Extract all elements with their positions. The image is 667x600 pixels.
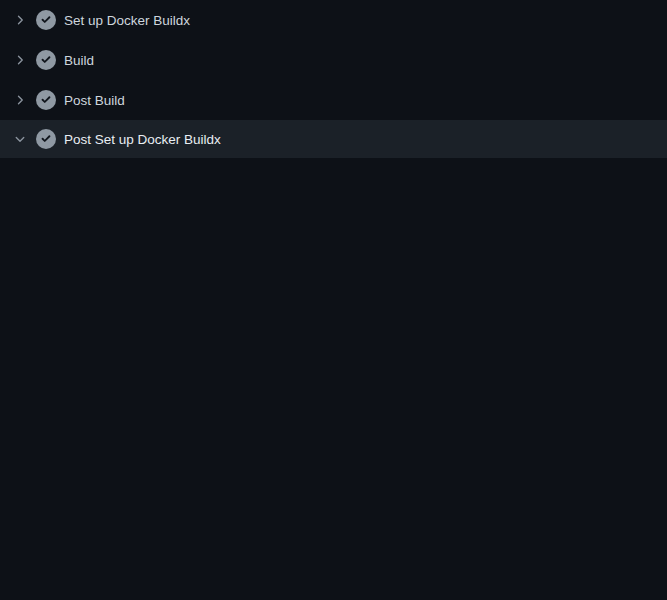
log-line: 15 time="2021-04-23T18:02:38Z" level=deb… — [0, 469, 667, 489]
log-line: 12 time="2021-04-23T18:02:38Z" level=deb… — [0, 409, 667, 429]
log-line: 6 time="2021-04-23T18:02:37Z" level=info… — [0, 269, 667, 289]
log-line: 9 time="2021-04-23T18:02:37Z" level=warn… — [0, 349, 667, 369]
step-label: Set up Docker Buildx — [64, 13, 190, 28]
check-circle-icon — [36, 10, 56, 30]
check-circle-icon — [36, 129, 56, 149]
log-line: 10 time="2021-04-23T18:02:37Z" level=inf… — [0, 369, 667, 389]
log-line: 17 time="2021-04-23T18:02:38Z" level=deb… — [0, 509, 667, 529]
log-line: 13 time="2021-04-23T18:02:38Z" level=deb… — [0, 429, 667, 449]
log-line: 4 time="2021-04-23T18:02:37Z" level=info… — [0, 229, 667, 249]
log-line: 20 time="2021-04-23T18:02:38Z" level=deb… — [0, 589, 667, 600]
log-line: 3 /usr/bin/docker logs buildx_buildkit_b… — [0, 209, 667, 229]
step-label: Post Set up Docker Buildx — [64, 132, 221, 147]
log-line: 16 time="2021-04-23T18:02:38Z" level=deb… — [0, 489, 667, 509]
step-label: Post Build — [64, 93, 125, 108]
log-line: 2 ▾BuildKit container logs — [0, 189, 667, 209]
step-row[interactable]: Post Build — [0, 80, 667, 120]
chevron-right-icon — [14, 14, 26, 26]
step-row[interactable]: Build — [0, 40, 667, 80]
step-row[interactable]: Post Set up Docker Buildx — [0, 120, 667, 158]
chevron-right-icon — [14, 54, 26, 66]
actions-log-viewer: Set up Docker Buildx Build Post Build — [0, 0, 667, 600]
log-line: 18 time="2021-04-23T18:02:38Z" level=deb… — [0, 529, 667, 549]
log-line: 19 time="2021-04-23T18:02:38Z" level=deb… — [0, 549, 667, 569]
log-panel: 1 Post job cleanup. 2 ▾BuildKit containe… — [0, 158, 667, 600]
log-line: 1 Post job cleanup. — [0, 169, 667, 189]
check-circle-icon — [36, 50, 56, 70]
step-list: Set up Docker Buildx Build Post Build — [0, 0, 667, 158]
step-row[interactable]: Set up Docker Buildx — [0, 0, 667, 40]
log-line: 5 time="2021-04-23T18:02:37Z" level=warn… — [0, 249, 667, 269]
step-label: Build — [64, 53, 94, 68]
log-line: 7 time="2021-04-23T18:02:37Z" level=warn… — [0, 309, 667, 329]
log-line: linux/riscv64 linux/ppc64le linux/s390x … — [0, 289, 667, 309]
chevron-right-icon — [14, 94, 26, 106]
log-line: 14 time="2021-04-23T18:02:38Z" level=deb… — [0, 449, 667, 469]
log-line: 8 time="2021-04-23T18:02:37Z" level=info… — [0, 329, 667, 349]
log-line: application/vnd.oci.image.index.v1+json,… — [0, 569, 667, 589]
chevron-down-icon — [14, 133, 26, 145]
log-line: 11 time="2021-04-23T18:02:38Z" level=deb… — [0, 389, 667, 409]
check-circle-icon — [36, 90, 56, 110]
